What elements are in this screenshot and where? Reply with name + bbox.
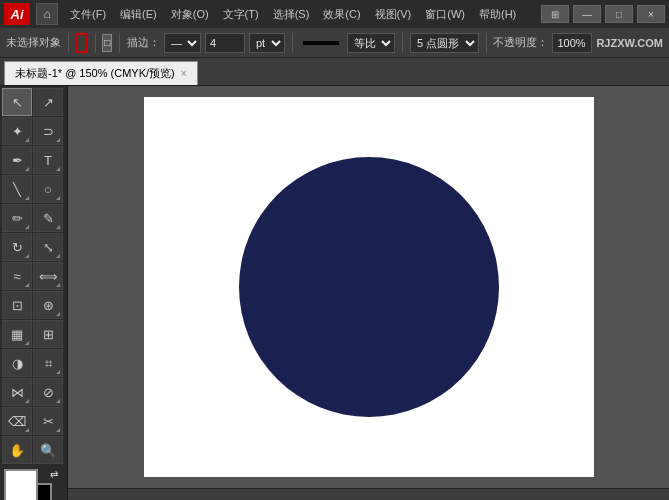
sub-tool-indicator — [56, 283, 60, 287]
lasso-tool-icon: ⊃ — [43, 125, 54, 138]
direct-selection-tool[interactable]: ↗ — [33, 88, 63, 116]
canvas-container[interactable] — [68, 86, 669, 488]
sub-tool-indicator — [56, 399, 60, 403]
toolbar-separator-3 — [119, 33, 120, 53]
circle-shape[interactable] — [239, 157, 499, 417]
line-tool[interactable]: ╲ — [2, 175, 32, 203]
sub-tool-indicator — [25, 254, 29, 258]
magic-wand-tool[interactable]: ✦ — [2, 117, 32, 145]
zoom-tool[interactable]: 🔍 — [33, 436, 63, 464]
stroke-ratio-select[interactable]: 等比 — [347, 33, 395, 53]
eyedropper-tool[interactable]: ⌗ — [33, 349, 63, 377]
tool-row: ≈⟺ — [2, 262, 65, 290]
sub-tool-indicator — [25, 225, 29, 229]
blend-tool-icon: ⋈ — [11, 386, 24, 399]
pen-tool[interactable]: ✒ — [2, 146, 32, 174]
menu-item-e[interactable]: 编辑(E) — [114, 5, 163, 24]
blend-tool[interactable]: ⋈ — [2, 378, 32, 406]
slice-tool[interactable]: ⊘ — [33, 378, 63, 406]
tool-row: ↻⤡ — [2, 233, 65, 261]
hand-tool[interactable]: ✋ — [2, 436, 32, 464]
stroke-color-swatch[interactable] — [76, 33, 88, 53]
tool-rows: ↖↗✦⊃✒T╲○✏✎↻⤡≈⟺⊡⊛▦⊞◑⌗⋈⊘⌫✂✋🔍 — [2, 88, 65, 465]
eraser-tool[interactable]: ⌫ — [2, 407, 32, 435]
symbol-tool-icon: ⊛ — [43, 299, 54, 312]
scissors-tool[interactable]: ✂ — [33, 407, 63, 435]
shape-tool[interactable]: ○ — [33, 175, 63, 203]
stroke-unit-select[interactable]: pt — [249, 33, 285, 53]
rotate-tool[interactable]: ↻ — [2, 233, 32, 261]
scale-tool[interactable]: ⤡ — [33, 233, 63, 261]
menu-item-c[interactable]: 效果(C) — [317, 5, 366, 24]
paintbrush-tool-icon: ✏ — [12, 212, 23, 225]
rotate-tool-icon: ↻ — [12, 241, 23, 254]
watermark: RJZXW.COM — [596, 37, 663, 49]
direct-selection-tool-icon: ↗ — [43, 96, 54, 109]
selection-tool[interactable]: ↖ — [2, 88, 32, 116]
pencil-tool[interactable]: ✎ — [33, 204, 63, 232]
swap-colors-button[interactable]: ⇄ — [50, 469, 62, 481]
slice-tool-icon: ⊘ — [43, 386, 54, 399]
menu-item-s[interactable]: 选择(S) — [267, 5, 316, 24]
warp-tool-icon: ≈ — [13, 270, 20, 283]
magic-wand-tool-icon: ✦ — [12, 125, 23, 138]
close-button[interactable]: × — [637, 5, 665, 23]
toolbar-separator-2 — [95, 33, 96, 53]
document-tab[interactable]: 未标题-1* @ 150% (CMYK/预览) × — [4, 61, 198, 85]
pen-tool-icon: ✒ — [12, 154, 23, 167]
window-controls: ⊞ — □ × — [541, 5, 665, 23]
sub-tool-indicator — [56, 254, 60, 258]
column-graph-tool[interactable]: ▦ — [2, 320, 32, 348]
menu-item-h[interactable]: 帮助(H) — [473, 5, 522, 24]
menu-item-f[interactable]: 文件(F) — [64, 5, 112, 24]
scissors-tool-icon: ✂ — [43, 415, 54, 428]
lasso-tool[interactable]: ⊃ — [33, 117, 63, 145]
home-button[interactable]: ⌂ — [36, 3, 58, 25]
toolbar: 未选择对象 □ 描边： — pt 等比 5 点圆形 不透明度： RJZXW.CO… — [0, 28, 669, 58]
menu-item-t[interactable]: 文字(T) — [217, 5, 265, 24]
foreground-color-swatch[interactable] — [4, 469, 38, 500]
stroke-type-select[interactable]: — — [164, 33, 201, 53]
paintbrush-tool[interactable]: ✏ — [2, 204, 32, 232]
horizontal-scrollbar[interactable] — [68, 488, 669, 500]
shape-tool-icon: ○ — [44, 183, 52, 196]
sub-tool-indicator — [56, 138, 60, 142]
tool-row: ⋈⊘ — [2, 378, 65, 406]
tool-row: ↖↗ — [2, 88, 65, 116]
minimize-button[interactable]: — — [573, 5, 601, 23]
maximize-button[interactable]: □ — [605, 5, 633, 23]
symbol-tool[interactable]: ⊛ — [33, 291, 63, 319]
warp-tool[interactable]: ≈ — [2, 262, 32, 290]
menu-item-v[interactable]: 视图(V) — [369, 5, 418, 24]
gradient-tool[interactable]: ◑ — [2, 349, 32, 377]
menu-item-w[interactable]: 窗口(W) — [419, 5, 471, 24]
hand-tool-icon: ✋ — [9, 444, 25, 457]
grid-button[interactable]: ⊞ — [541, 5, 569, 23]
sub-tool-indicator — [25, 341, 29, 345]
tool-row: ▦⊞ — [2, 320, 65, 348]
canvas-document — [144, 97, 594, 477]
opacity-input[interactable] — [552, 33, 592, 53]
stroke-value-input[interactable] — [205, 33, 245, 53]
color-swatch-box: ⇄ ↺ — [4, 469, 66, 500]
tool-row: ╲○ — [2, 175, 65, 203]
points-select[interactable]: 5 点圆形 — [410, 33, 479, 53]
tool-row: ✦⊃ — [2, 117, 65, 145]
fill-none-indicator[interactable]: □ — [102, 34, 112, 52]
tool-row: ⌫✂ — [2, 407, 65, 435]
type-tool[interactable]: T — [33, 146, 63, 174]
sub-tool-indicator — [56, 370, 60, 374]
mesh-tool[interactable]: ⊞ — [33, 320, 63, 348]
menu-item-o[interactable]: 对象(O) — [165, 5, 215, 24]
title-bar: Ai ⌂ 文件(F)编辑(E)对象(O)文字(T)选择(S)效果(C)视图(V)… — [0, 0, 669, 28]
no-selection-label: 未选择对象 — [6, 35, 61, 50]
pencil-tool-icon: ✎ — [43, 212, 54, 225]
selection-tool-icon: ↖ — [12, 96, 23, 109]
tab-close-button[interactable]: × — [181, 68, 187, 79]
tab-title: 未标题-1* @ 150% (CMYK/预览) — [15, 66, 175, 81]
stroke-line-preview — [303, 41, 339, 45]
canvas-area — [68, 86, 669, 500]
free-transform-tool[interactable]: ⊡ — [2, 291, 32, 319]
width-tool[interactable]: ⟺ — [33, 262, 63, 290]
tool-row: ✋🔍 — [2, 436, 65, 464]
